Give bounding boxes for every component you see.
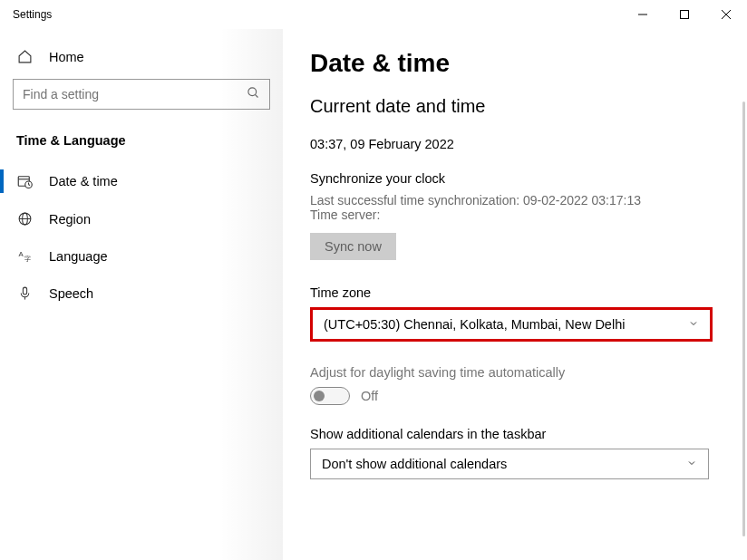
timezone-select[interactable]: (UTC+05:30) Chennai, Kolkata, Mumbai, Ne…: [310, 307, 713, 342]
calendars-select[interactable]: Don't show additional calendars: [310, 449, 709, 479]
time-server: Time server:: [310, 208, 720, 222]
home-label: Home: [49, 50, 84, 64]
calendars-value: Don't show additional calendars: [322, 457, 507, 471]
search-box[interactable]: [13, 79, 270, 110]
microphone-icon: [16, 285, 33, 301]
maximize-button[interactable]: [664, 0, 705, 29]
window-title: Settings: [13, 8, 52, 21]
chevron-down-icon: [686, 457, 697, 471]
svg-point-4: [248, 87, 257, 95]
nav-label: Date & time: [49, 174, 118, 188]
calendars-label: Show additional calendars in the taskbar: [310, 427, 720, 441]
home-nav[interactable]: Home: [0, 40, 283, 73]
page-title: Date & time: [310, 49, 720, 78]
content-area: Date & time Current date and time 03:37,…: [283, 29, 747, 560]
dst-state: Off: [361, 389, 378, 403]
section-title: Current date and time: [310, 96, 720, 117]
close-button[interactable]: [705, 0, 747, 29]
nav-label: Region: [49, 212, 91, 227]
svg-line-5: [255, 94, 257, 97]
sidebar: Home Time & Language Date & time Region: [0, 29, 283, 560]
timezone-value: (UTC+05:30) Chennai, Kolkata, Mumbai, Ne…: [324, 317, 625, 332]
search-input[interactable]: [23, 87, 247, 101]
svg-line-10: [29, 185, 31, 186]
clock-calendar-icon: [16, 173, 33, 189]
nav-label: Speech: [49, 286, 93, 301]
chevron-down-icon: [688, 317, 699, 332]
sync-now-button[interactable]: Sync now: [310, 233, 396, 260]
main-container: Home Time & Language Date & time Region: [0, 29, 747, 560]
svg-rect-16: [23, 287, 26, 294]
dst-toggle[interactable]: [310, 387, 350, 405]
dst-toggle-row: Off: [310, 387, 720, 405]
category-title: Time & Language: [0, 124, 283, 162]
home-icon: [16, 49, 33, 64]
nav-label: Language: [49, 249, 108, 264]
nav-region[interactable]: Region: [0, 200, 283, 237]
scrollbar[interactable]: [742, 101, 745, 536]
language-icon: A字: [16, 248, 33, 264]
timezone-label: Time zone: [310, 285, 720, 300]
current-datetime: 03:37, 09 February 2022: [310, 137, 720, 151]
sync-last: Last successful time synchronization: 09…: [310, 193, 720, 208]
svg-text:A: A: [18, 250, 24, 258]
nav-date-time[interactable]: Date & time: [0, 162, 283, 200]
nav-speech[interactable]: Speech: [0, 275, 283, 312]
minimize-button[interactable]: [622, 0, 664, 29]
globe-icon: [16, 211, 33, 227]
nav-language[interactable]: A字 Language: [0, 237, 283, 275]
search-icon: [247, 86, 260, 103]
window-controls: [622, 0, 747, 29]
sync-header: Synchronize your clock: [310, 171, 720, 186]
svg-text:字: 字: [24, 256, 30, 263]
dst-label: Adjust for daylight saving time automati…: [310, 365, 720, 380]
search-container: [0, 73, 283, 124]
titlebar: Settings: [0, 0, 747, 29]
svg-rect-1: [681, 11, 689, 19]
